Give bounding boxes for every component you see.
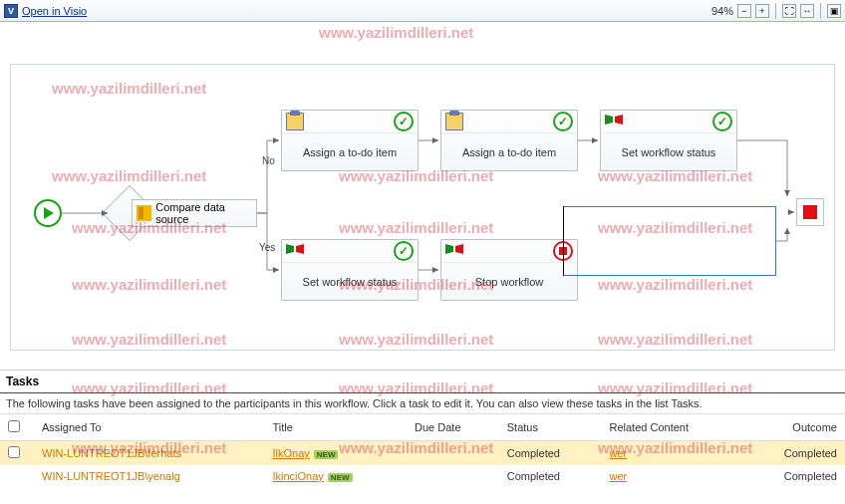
open-in-visio-link[interactable]: Open in Visio — [22, 5, 87, 17]
setwf-2-label: Set workflow status — [282, 262, 418, 300]
flags-icon — [286, 242, 304, 260]
end-node[interactable] — [796, 198, 824, 226]
fullscreen-button[interactable]: ▣ — [827, 4, 841, 18]
cell-outcome: Completed — [742, 465, 845, 487]
edge-no-label: No — [262, 155, 275, 166]
related-link[interactable]: wer — [609, 447, 627, 459]
tasks-description: The following tasks have been assigned t… — [0, 393, 845, 413]
clipboard-icon — [286, 113, 304, 130]
selection-box[interactable] — [563, 206, 776, 276]
visio-icon: V — [4, 4, 18, 18]
col-status[interactable]: Status — [499, 414, 602, 441]
check-icon: ✓ — [394, 112, 414, 131]
flags-icon — [445, 242, 463, 260]
fit-page-button[interactable]: ⛶ — [782, 4, 796, 18]
check-icon: ✓ — [712, 112, 732, 131]
col-due[interactable]: Due Date — [407, 414, 499, 441]
workflow-canvas[interactable]: Compare data source ✓Assign a to-do item… — [0, 22, 845, 371]
check-icon: ✓ — [394, 241, 414, 261]
clipboard-icon — [445, 113, 463, 130]
zoom-in-button[interactable]: + — [755, 4, 769, 18]
cell-outcome: Completed — [742, 441, 845, 466]
set-workflow-status-1-node[interactable]: ✓Set workflow status — [600, 110, 737, 171]
cell-assigned: WIN-LUNTREOT1JB\yenalg — [34, 465, 265, 487]
stop-workflow-node[interactable]: Stop workflow — [440, 239, 578, 301]
task-link[interactable]: IlkOnay — [273, 447, 310, 459]
table-row[interactable]: WIN-LUNTREOT1JB\ferhats IlkOnayNEW Compl… — [0, 441, 845, 466]
col-related[interactable]: Related Content — [601, 414, 742, 441]
select-all-checkbox[interactable] — [8, 420, 20, 432]
compare-label: Compare data source — [155, 201, 256, 225]
start-node[interactable] — [34, 199, 62, 227]
new-badge: NEW — [314, 450, 339, 459]
condition-icon — [137, 205, 151, 221]
cell-title: IkinciOnayNEW — [265, 465, 408, 487]
cell-status: Completed — [499, 441, 602, 466]
set-workflow-status-2-node[interactable]: ✓Set workflow status — [281, 239, 419, 301]
assign-todo-2-node[interactable]: ✓Assign a to-do item — [440, 110, 578, 171]
table-row[interactable]: WIN-LUNTREOT1JB\yenalg IkinciOnayNEW Com… — [0, 465, 845, 487]
zoom-readout: 94% — [711, 5, 733, 17]
task-link[interactable]: IkinciOnay — [273, 470, 324, 482]
toolbar: V Open in Visio 94% − + ⛶ ↔ ▣ — [0, 0, 845, 22]
zoom-out-button[interactable]: − — [737, 4, 751, 18]
compare-data-source-node[interactable]: Compare data source — [132, 199, 257, 227]
tasks-header: Tasks — [0, 371, 845, 393]
row-checkbox[interactable] — [8, 446, 20, 458]
col-assigned[interactable]: Assigned To — [34, 414, 265, 441]
fit-width-button[interactable]: ↔ — [800, 4, 814, 18]
stop-label: Stop workflow — [441, 262, 577, 300]
assign-2-label: Assign a to-do item — [441, 132, 577, 170]
flags-icon — [605, 113, 623, 130]
assign-1-label: Assign a to-do item — [282, 132, 418, 170]
selection-handle[interactable] — [563, 206, 564, 276]
tasks-panel: Tasks The following tasks have been assi… — [0, 371, 845, 487]
assign-todo-1-node[interactable]: ✓Assign a to-do item — [281, 110, 419, 171]
cell-title: IlkOnayNEW — [265, 441, 408, 466]
cell-assigned: WIN-LUNTREOT1JB\ferhats — [34, 441, 265, 466]
related-link[interactable]: wer — [609, 470, 627, 482]
col-title[interactable]: Title — [265, 414, 408, 441]
check-icon: ✓ — [553, 112, 573, 131]
tasks-header-row: Assigned To Title Due Date Status Relate… — [0, 414, 845, 441]
new-badge: NEW — [328, 473, 353, 482]
col-outcome[interactable]: Outcome — [742, 414, 845, 441]
cell-status: Completed — [499, 465, 602, 487]
setwf-1-label: Set workflow status — [601, 132, 736, 170]
tasks-table: Assigned To Title Due Date Status Relate… — [0, 413, 845, 487]
edge-yes-label: Yes — [259, 242, 275, 253]
